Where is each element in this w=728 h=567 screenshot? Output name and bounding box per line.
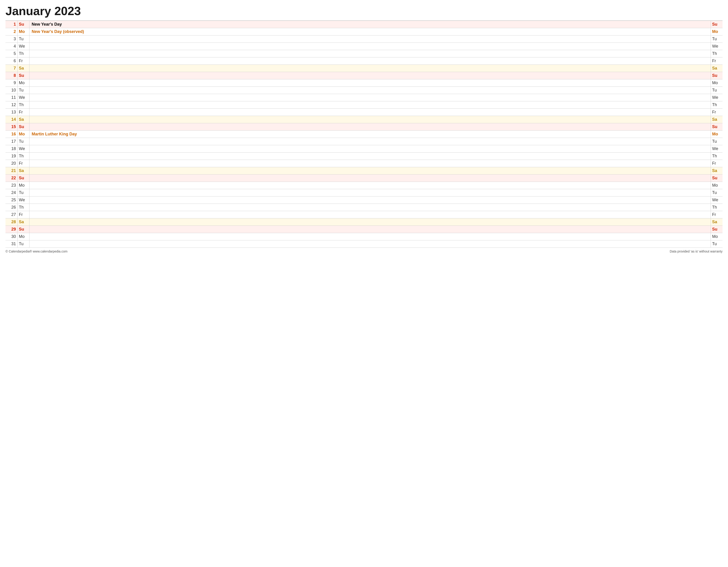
day-abbr-right: We (711, 196, 723, 204)
table-row: 10 Tu Tu (5, 87, 723, 94)
day-event (29, 226, 711, 233)
day-event (29, 116, 711, 123)
day-abbr: Tu (17, 138, 29, 145)
day-abbr-right: We (711, 43, 723, 50)
day-number: 9 (5, 79, 17, 87)
table-row: 12 Th Th (5, 101, 723, 109)
table-row: 19 Th Th (5, 152, 723, 160)
footer-right: Data provided 'as is' without warranty (670, 249, 723, 253)
day-number: 4 (5, 43, 17, 50)
table-row: 4 We We (5, 43, 723, 50)
day-event (29, 196, 711, 204)
day-number: 15 (5, 123, 17, 131)
day-abbr: Mo (17, 79, 29, 87)
day-number: 11 (5, 94, 17, 101)
day-abbr-right: Sa (711, 116, 723, 123)
day-event (29, 50, 711, 57)
day-abbr-right: Su (711, 123, 723, 131)
table-row: 17 Tu Tu (5, 138, 723, 145)
day-abbr: Fr (17, 160, 29, 167)
day-event (29, 109, 711, 116)
day-event (29, 43, 711, 50)
footer-left: © Calendarpedia® www.calendarpedia.com (5, 249, 67, 253)
day-event (29, 138, 711, 145)
table-row: 9 Mo Mo (5, 79, 723, 87)
day-abbr-right: Th (711, 204, 723, 211)
table-row: 24 Tu Tu (5, 189, 723, 196)
day-number: 29 (5, 226, 17, 233)
day-number: 26 (5, 204, 17, 211)
day-abbr-right: Su (711, 21, 723, 28)
table-row: 30 Mo Mo (5, 233, 723, 240)
day-number: 24 (5, 189, 17, 196)
table-row: 2 Mo New Year's Day (observed) Mo (5, 28, 723, 35)
day-abbr: Mo (17, 131, 29, 138)
day-abbr: Fr (17, 109, 29, 116)
day-abbr: Mo (17, 182, 29, 189)
day-event (29, 204, 711, 211)
day-event (29, 94, 711, 101)
day-event (29, 79, 711, 87)
page-title: January 2023 (5, 5, 723, 18)
day-abbr: We (17, 94, 29, 101)
day-abbr-right: We (711, 145, 723, 152)
day-abbr-right: Mo (711, 233, 723, 240)
day-number: 1 (5, 21, 17, 28)
day-number: 19 (5, 152, 17, 160)
day-abbr-right: Tu (711, 138, 723, 145)
day-abbr-right: Su (711, 72, 723, 79)
day-number: 14 (5, 116, 17, 123)
day-abbr: Su (17, 226, 29, 233)
table-row: 23 Mo Mo (5, 182, 723, 189)
day-number: 18 (5, 145, 17, 152)
day-number: 31 (5, 240, 17, 248)
table-row: 16 Mo Martin Luther King Day Mo (5, 131, 723, 138)
day-abbr-right: Th (711, 50, 723, 57)
day-number: 22 (5, 174, 17, 182)
day-number: 21 (5, 167, 17, 174)
day-abbr: Th (17, 152, 29, 160)
day-abbr: Tu (17, 87, 29, 94)
day-abbr-right: Th (711, 152, 723, 160)
day-abbr: Su (17, 72, 29, 79)
day-abbr-right: Tu (711, 87, 723, 94)
table-row: 26 Th Th (5, 204, 723, 211)
day-abbr: Su (17, 174, 29, 182)
day-abbr-right: Sa (711, 167, 723, 174)
day-event: New Year's Day (29, 21, 711, 28)
day-event (29, 189, 711, 196)
day-abbr: Tu (17, 35, 29, 43)
day-abbr: Mo (17, 233, 29, 240)
day-abbr: Fr (17, 57, 29, 65)
table-row: 8 Su Su (5, 72, 723, 79)
day-event (29, 211, 711, 218)
table-row: 22 Su Su (5, 174, 723, 182)
day-event (29, 152, 711, 160)
table-row: 20 Fr Fr (5, 160, 723, 167)
day-abbr: Th (17, 101, 29, 109)
day-abbr-right: Mo (711, 79, 723, 87)
table-row: 1 Su New Year's Day Su (5, 21, 723, 28)
day-event (29, 72, 711, 79)
table-row: 3 Tu Tu (5, 35, 723, 43)
day-number: 23 (5, 182, 17, 189)
day-abbr-right: Th (711, 101, 723, 109)
day-abbr-right: Tu (711, 35, 723, 43)
day-event (29, 57, 711, 65)
day-abbr: Sa (17, 65, 29, 72)
day-abbr-right: Sa (711, 65, 723, 72)
day-abbr: Th (17, 204, 29, 211)
calendar-table: 1 Su New Year's Day Su 2 Mo New Year's D… (5, 20, 723, 248)
day-number: 10 (5, 87, 17, 94)
table-row: 14 Sa Sa (5, 116, 723, 123)
day-event (29, 182, 711, 189)
day-abbr: Sa (17, 167, 29, 174)
table-row: 5 Th Th (5, 50, 723, 57)
day-event (29, 65, 711, 72)
table-row: 7 Sa Sa (5, 65, 723, 72)
day-number: 17 (5, 138, 17, 145)
day-abbr-right: Fr (711, 109, 723, 116)
table-row: 18 We We (5, 145, 723, 152)
day-abbr-right: Tu (711, 240, 723, 248)
table-row: 13 Fr Fr (5, 109, 723, 116)
